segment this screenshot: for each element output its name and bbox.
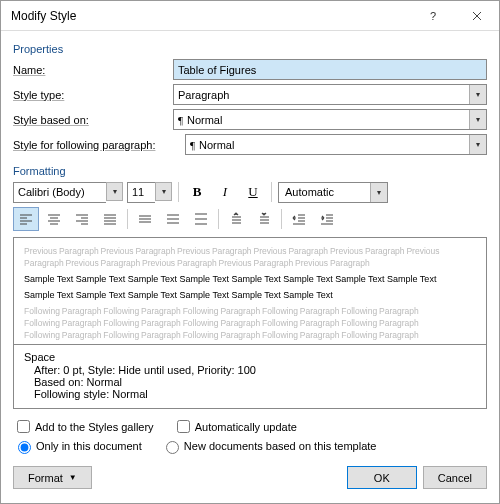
align-right-button[interactable] xyxy=(69,207,95,231)
name-field[interactable] xyxy=(173,59,487,80)
align-justify-button[interactable] xyxy=(97,207,123,231)
indent-increase-button[interactable] xyxy=(314,207,340,231)
chevron-down-icon: ▾ xyxy=(106,182,123,201)
chevron-down-icon: ▾ xyxy=(469,110,486,129)
properties-heading: Properties xyxy=(13,43,487,55)
indent-decrease-button[interactable] xyxy=(286,207,312,231)
chevron-down-icon: ▾ xyxy=(155,182,172,201)
pilcrow-icon: ¶ xyxy=(190,139,195,151)
bold-button[interactable]: B xyxy=(185,181,209,203)
chevron-down-icon: ▾ xyxy=(370,183,387,202)
titlebar: Modify Style ? xyxy=(1,1,499,31)
add-to-gallery-checkbox[interactable]: Add to the Styles gallery xyxy=(13,417,154,436)
auto-update-checkbox[interactable]: Automatically update xyxy=(173,417,297,436)
style-type-select[interactable]: Paragraph▾ xyxy=(173,84,487,105)
dialog-title: Modify Style xyxy=(11,9,411,23)
line-spacing-1-button[interactable] xyxy=(132,207,158,231)
preview-panel: Previous Paragraph Previous Paragraph Pr… xyxy=(13,237,487,345)
close-button[interactable] xyxy=(455,1,499,31)
underline-button[interactable]: U xyxy=(241,181,265,203)
chevron-down-icon: ▾ xyxy=(469,135,486,154)
only-this-doc-radio[interactable]: Only in this document xyxy=(13,438,142,454)
help-button[interactable]: ? xyxy=(411,1,455,31)
cancel-button[interactable]: Cancel xyxy=(423,466,487,489)
font-size-select[interactable]: ▾ xyxy=(127,182,172,203)
name-label: Name: xyxy=(13,64,173,76)
based-on-select[interactable]: ¶Normal▾ xyxy=(173,109,487,130)
following-select[interactable]: ¶Normal▾ xyxy=(185,134,487,155)
format-button[interactable]: Format▼ xyxy=(13,466,92,489)
align-center-button[interactable] xyxy=(41,207,67,231)
style-type-label: Style type: xyxy=(13,89,173,101)
based-on-label: Style based on: xyxy=(13,114,173,126)
line-spacing-2-button[interactable] xyxy=(188,207,214,231)
description-panel: Space After: 0 pt, Style: Hide until use… xyxy=(13,344,487,409)
following-label: Style for following paragraph: xyxy=(13,139,185,151)
chevron-down-icon: ▼ xyxy=(69,473,77,482)
italic-button[interactable]: I xyxy=(213,181,237,203)
formatting-heading: Formatting xyxy=(13,165,487,177)
pilcrow-icon: ¶ xyxy=(178,114,183,126)
align-left-button[interactable] xyxy=(13,207,39,231)
chevron-down-icon: ▾ xyxy=(469,85,486,104)
font-select[interactable]: ▾ xyxy=(13,182,123,203)
line-spacing-15-button[interactable] xyxy=(160,207,186,231)
new-docs-template-radio[interactable]: New documents based on this template xyxy=(161,438,377,454)
space-before-inc-button[interactable] xyxy=(223,207,249,231)
space-before-dec-button[interactable] xyxy=(251,207,277,231)
font-color-select[interactable]: Automatic ▾ xyxy=(278,182,388,203)
ok-button[interactable]: OK xyxy=(347,466,417,489)
